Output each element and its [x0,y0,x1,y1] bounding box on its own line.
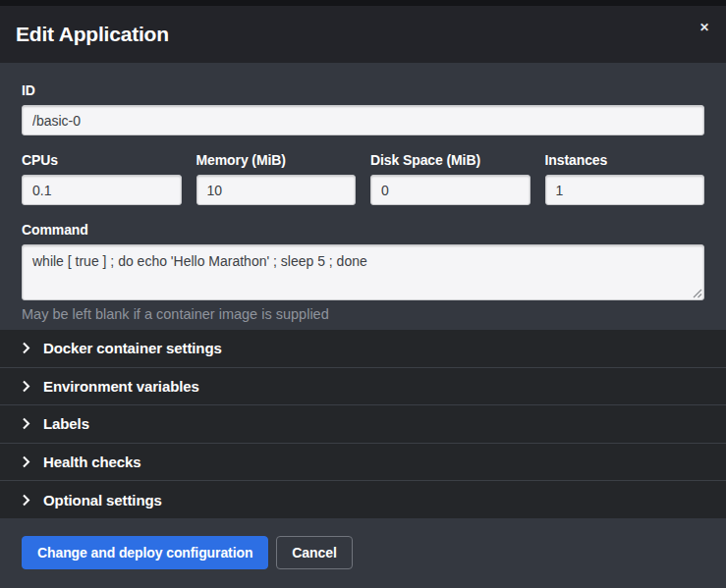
memory-label: Memory (MiB) [196,152,357,168]
id-label: ID [22,82,704,98]
edit-application-modal: Edit Application ✕ ID CPUs Memory (MiB) … [0,6,726,588]
command-label: Command [22,222,704,238]
command-textarea[interactable]: while [ true ] ; do echo 'Hello Marathon… [22,244,704,300]
disk-label: Disk Space (MiB) [370,152,531,168]
instances-field-group: Instances [545,152,705,205]
cpus-field-group: CPUs [22,152,182,205]
chevron-right-icon [22,455,30,468]
command-field-group: Command while [ true ] ; do echo 'Hello … [22,222,704,322]
disk-field-group: Disk Space (MiB) [370,152,531,205]
form-body: ID CPUs Memory (MiB) Disk Space (MiB) In… [0,63,726,330]
instances-label: Instances [545,152,705,168]
chevron-right-icon [22,380,30,393]
section-label: Docker container settings [43,340,222,356]
section-label: Health checks [43,454,141,470]
memory-input[interactable] [196,175,357,205]
section-label: Labels [43,415,89,432]
id-field-group: ID [22,82,704,135]
modal-footer: Change and deploy configuration Cancel [0,518,726,588]
modal-header: Edit Application ✕ [0,6,726,63]
chevron-right-icon [22,494,30,507]
section-label: Optional settings [43,492,162,508]
id-input[interactable] [22,105,704,135]
cpus-label: CPUs [22,152,182,168]
memory-field-group: Memory (MiB) [196,152,357,205]
chevron-right-icon [22,342,30,354]
resources-row: CPUs Memory (MiB) Disk Space (MiB) Insta… [22,152,704,205]
close-icon[interactable]: ✕ [693,16,716,39]
section-health-checks[interactable]: Health checks [0,444,726,482]
disk-input[interactable] [370,175,531,205]
chevron-right-icon [22,417,30,430]
instances-input[interactable] [545,175,705,205]
change-and-deploy-button[interactable]: Change and deploy configuration [22,536,268,569]
command-textarea-wrap: while [ true ] ; do echo 'Hello Marathon… [22,244,704,300]
cancel-button[interactable]: Cancel [276,536,352,569]
cpus-input[interactable] [22,175,182,205]
section-docker-container-settings[interactable]: Docker container settings [0,330,726,368]
section-environment-variables[interactable]: Environment variables [0,368,726,406]
section-optional-settings[interactable]: Optional settings [0,481,726,518]
accordion-sections: Docker container settings Environment va… [0,330,726,518]
section-labels[interactable]: Labels [0,405,726,444]
section-label: Environment variables [43,378,199,395]
command-help-text: May be left blank if a container image i… [22,306,704,322]
modal-title: Edit Application [16,23,169,46]
